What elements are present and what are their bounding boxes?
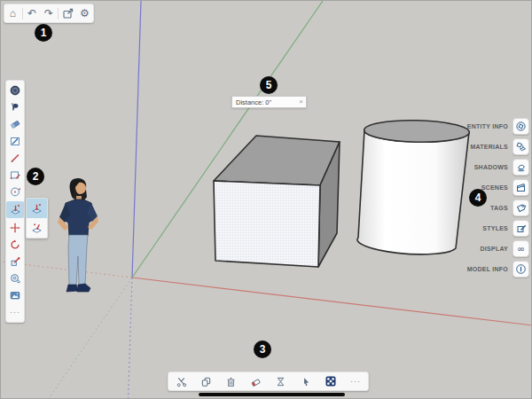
annotation-badge-2: 2 bbox=[27, 168, 44, 185]
shadows-icon bbox=[515, 161, 527, 173]
materials-icon bbox=[515, 141, 527, 153]
undo-icon: ↶ bbox=[27, 8, 36, 19]
measurement-box[interactable]: Distance: 0" × bbox=[231, 96, 307, 108]
checker-pattern-icon bbox=[325, 375, 337, 387]
main-toolbar: ⌂ ↶ ↷ ⚙ bbox=[4, 4, 94, 23]
entity-info-button[interactable] bbox=[512, 118, 529, 135]
cursor-button[interactable] bbox=[299, 374, 313, 388]
box-model[interactable] bbox=[214, 136, 340, 267]
close-icon[interactable]: × bbox=[299, 98, 303, 106]
materials-button[interactable] bbox=[512, 138, 529, 155]
annotation-badge-4: 4 bbox=[469, 189, 487, 207]
erase-button[interactable] bbox=[248, 374, 262, 388]
paint-tool-button[interactable] bbox=[8, 134, 22, 148]
more-tools-button[interactable]: ··· bbox=[8, 305, 22, 319]
delete-button[interactable] bbox=[223, 374, 238, 388]
trash-icon bbox=[225, 376, 237, 387]
scenes-button[interactable] bbox=[512, 179, 529, 196]
sketchup-workspace: ⌂ ↶ ↷ ⚙ bbox=[0, 0, 532, 399]
search-tool-button[interactable] bbox=[8, 83, 22, 98]
scissors-button[interactable] bbox=[174, 374, 188, 388]
move-tool-button[interactable] bbox=[8, 221, 22, 235]
arc-tool-button[interactable] bbox=[8, 184, 22, 199]
image-tool-button[interactable] bbox=[8, 288, 22, 302]
rotate-tool-button[interactable] bbox=[8, 238, 22, 252]
copy-icon bbox=[200, 376, 212, 387]
move-icon bbox=[9, 222, 21, 234]
rotate-icon bbox=[9, 239, 21, 251]
undo-button[interactable]: ↶ bbox=[25, 6, 40, 21]
tool-palette: ··· bbox=[5, 80, 25, 323]
annotation-badge-5: 5 bbox=[260, 76, 278, 94]
copy-button[interactable] bbox=[199, 374, 213, 388]
entity-info-icon bbox=[515, 121, 527, 132]
panel-model-info: MODEL INFO bbox=[467, 261, 529, 278]
push-pull-tool-button[interactable] bbox=[6, 201, 24, 218]
panel-materials: MATERIALS bbox=[467, 138, 529, 155]
gear-icon: ⚙ bbox=[80, 8, 90, 19]
more-icon: ··· bbox=[10, 308, 20, 317]
model-info-button[interactable] bbox=[512, 261, 529, 278]
panel-entity-info: ENTITY INFO bbox=[467, 118, 529, 135]
hourglass-icon bbox=[275, 376, 286, 387]
tape-measure-icon bbox=[9, 272, 21, 285]
more-icon: ··· bbox=[350, 377, 361, 386]
panel-shadows: SHADOWS bbox=[467, 159, 529, 176]
display-icon: ∞ bbox=[518, 245, 524, 254]
paint-icon bbox=[9, 135, 21, 147]
tag-icon bbox=[515, 202, 527, 214]
push-pull-flyout bbox=[26, 198, 48, 239]
home-icon: ⌂ bbox=[10, 8, 16, 19]
more-options-button[interactable]: ··· bbox=[348, 374, 363, 388]
export-button[interactable] bbox=[60, 6, 75, 21]
eraser-icon bbox=[9, 118, 21, 130]
flyout-push-pull-variant-button[interactable] bbox=[27, 218, 47, 238]
push-pull-variant-icon bbox=[30, 222, 43, 235]
measurement-value: Distance: 0" bbox=[236, 98, 271, 106]
panel-styles: STYLES bbox=[467, 220, 529, 237]
cylinder-body[interactable] bbox=[357, 130, 469, 254]
redo-button[interactable]: ↷ bbox=[41, 6, 56, 21]
cylinder-model[interactable] bbox=[357, 119, 470, 254]
push-pull-icon bbox=[9, 203, 22, 216]
box-top-face[interactable] bbox=[214, 136, 340, 185]
line-tool-button[interactable] bbox=[8, 151, 22, 165]
scissors-icon bbox=[176, 376, 187, 387]
checker-pattern-button[interactable] bbox=[324, 374, 338, 388]
push-pull-icon bbox=[30, 202, 43, 215]
styles-button[interactable] bbox=[512, 220, 529, 237]
pencil-icon bbox=[9, 152, 21, 164]
toolbar-separator bbox=[22, 8, 23, 20]
arc-icon bbox=[9, 185, 21, 198]
annotation-badge-3: 3 bbox=[254, 340, 271, 358]
scenes-icon bbox=[515, 182, 527, 193]
lasso-select-tool-button[interactable] bbox=[8, 100, 22, 114]
styles-icon bbox=[515, 223, 527, 234]
taskbar-handle bbox=[199, 393, 345, 396]
tags-button[interactable] bbox=[512, 200, 529, 216]
cursor-icon bbox=[300, 376, 311, 387]
model-info-icon bbox=[515, 263, 527, 275]
shadows-button[interactable] bbox=[512, 159, 529, 176]
hourglass-button[interactable] bbox=[274, 374, 288, 388]
flyout-push-pull-button[interactable] bbox=[27, 199, 47, 218]
eraser-tool-button[interactable] bbox=[8, 117, 22, 131]
redo-icon: ↷ bbox=[44, 8, 53, 19]
panel-display: DISPLAY ∞ bbox=[467, 240, 529, 257]
scale-figure-person[interactable] bbox=[58, 178, 98, 292]
display-button[interactable]: ∞ bbox=[512, 240, 529, 257]
image-icon bbox=[9, 289, 21, 301]
lasso-select-icon bbox=[9, 101, 21, 113]
export-icon bbox=[62, 8, 74, 20]
settings-button[interactable]: ⚙ bbox=[77, 6, 92, 21]
rectangle-icon bbox=[9, 168, 21, 181]
toolbar-separator bbox=[58, 8, 59, 20]
tape-measure-tool-button[interactable] bbox=[8, 271, 22, 286]
annotation-badge-1: 1 bbox=[35, 24, 52, 42]
home-button[interactable]: ⌂ bbox=[5, 6, 20, 21]
model-canvas[interactable] bbox=[1, 1, 532, 399]
scale-tool-button[interactable] bbox=[8, 254, 22, 269]
eraser-icon bbox=[250, 376, 262, 387]
box-front-face[interactable] bbox=[214, 181, 320, 267]
shape-tool-button[interactable] bbox=[8, 168, 22, 182]
